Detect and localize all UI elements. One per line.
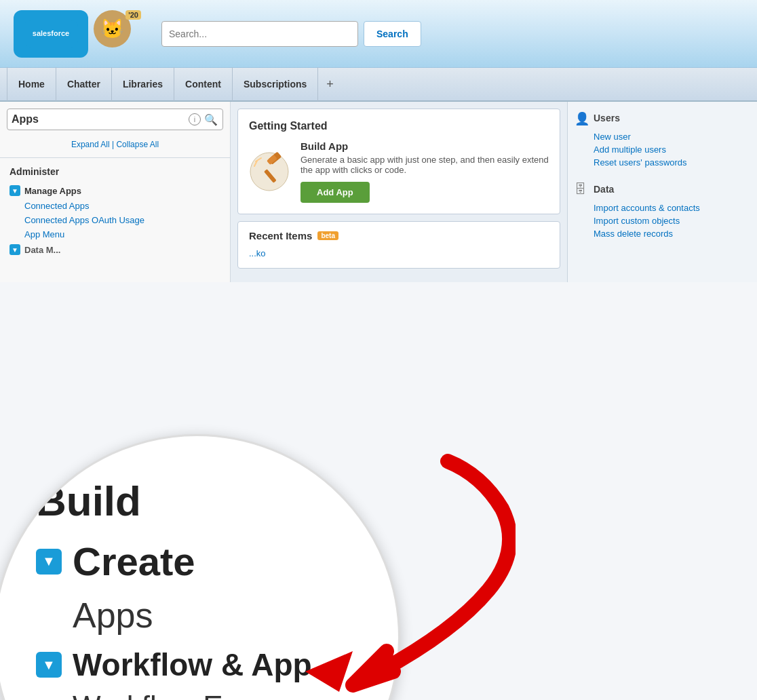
info-icon[interactable]: i	[189, 113, 201, 125]
header: salesforce 🐱 '20 Search	[0, 0, 757, 68]
build-app-title: Build App	[300, 140, 549, 152]
reset-passwords-link[interactable]: Reset users' passwords	[575, 156, 750, 169]
users-title: Users	[594, 113, 620, 123]
magnified-workflow-sub: Workflow E...	[73, 690, 248, 700]
expand-all-link[interactable]: Expand All	[71, 140, 110, 149]
build-app-text: Build App Generate a basic app with just…	[300, 140, 549, 203]
data-m-arrow: ▼	[9, 244, 20, 255]
data-m-item[interactable]: ▼ Data M...	[0, 241, 230, 258]
mass-delete-link[interactable]: Mass delete records	[575, 227, 750, 240]
data-section: 🗄 Data Import accounts & contacts Import…	[575, 180, 750, 240]
app-menu-link[interactable]: App Menu	[0, 227, 230, 241]
data-title: Data	[594, 184, 614, 195]
data-icon: 🗄	[575, 182, 588, 196]
magnified-build: Build	[36, 477, 141, 525]
nav-chatter[interactable]: Chatter	[56, 67, 112, 101]
year-badge: '20	[125, 10, 141, 20]
navbar: Home Chatter Libraries Content Subscript…	[0, 68, 757, 102]
import-custom-link[interactable]: Import custom objects	[575, 214, 750, 227]
magnified-create-row: ▼ Create	[36, 539, 195, 584]
magnified-create-arrow: ▼	[36, 549, 62, 575]
collapse-all-link[interactable]: Collapse All	[116, 140, 159, 149]
beta-badge: beta	[317, 231, 338, 240]
search-input[interactable]	[161, 21, 358, 47]
main-panel: Getting Started Build App Generat	[231, 102, 567, 282]
recent-item-ko[interactable]: ...ko	[249, 247, 549, 260]
right-panel: 👤 Users New user Add multiple users Rese…	[567, 102, 757, 282]
expand-collapse: Expand All | Collapse All	[0, 137, 230, 155]
nav-content[interactable]: Content	[174, 67, 233, 101]
import-accounts-link[interactable]: Import accounts & contacts	[575, 201, 750, 214]
logo-area: salesforce 🐱 '20	[14, 10, 141, 58]
build-app-row: Build App Generate a basic app with just…	[249, 140, 549, 203]
add-app-button[interactable]: Add App	[300, 182, 370, 203]
sidebar-search-input[interactable]	[12, 113, 189, 125]
magnified-workflow-row: ▼ Workflow & App...	[36, 646, 338, 683]
hammer-icon	[249, 148, 290, 195]
manage-apps-arrow: ▼	[9, 185, 20, 196]
search-button[interactable]: Search	[364, 21, 421, 47]
build-app-desc: Generate a basic app with just one step,…	[300, 155, 549, 175]
data-m-label: Data M...	[24, 245, 60, 255]
nav-libraries[interactable]: Libraries	[112, 67, 174, 101]
users-icon: 👤	[575, 111, 588, 125]
users-section: 👤 Users New user Add multiple users Rese…	[575, 109, 750, 169]
sidebar: i 🔍 Expand All | Collapse All Administer…	[0, 102, 231, 282]
connected-apps-link[interactable]: Connected Apps	[0, 199, 230, 213]
recent-items-card: Recent Items beta ...ko	[237, 221, 560, 269]
nav-home[interactable]: Home	[7, 67, 56, 101]
mascot: 🐱 '20	[94, 10, 141, 58]
search-area: Search	[161, 21, 421, 47]
users-section-header: 👤 Users	[575, 109, 750, 130]
recent-items-title: Recent Items	[249, 230, 312, 241]
magnified-apps: Apps	[73, 595, 153, 636]
magnified-overlay: Build ▼ Create Apps ▼ Workflow & App... …	[0, 434, 400, 700]
manage-apps-label: Manage Apps	[24, 186, 81, 196]
magnified-create: Create	[73, 539, 195, 584]
data-section-header: 🗄 Data	[575, 180, 750, 201]
manage-apps-item[interactable]: ▼ Manage Apps	[0, 182, 230, 199]
getting-started-title: Getting Started	[249, 120, 549, 132]
magnified-workflow-arrow: ▼	[36, 652, 62, 678]
nav-subscriptions[interactable]: Subscriptions	[233, 67, 318, 101]
sidebar-search-box: i 🔍	[7, 109, 223, 130]
recent-title-row: Recent Items beta	[249, 230, 549, 241]
getting-started-card: Getting Started Build App Generat	[237, 109, 560, 214]
nav-add[interactable]: +	[318, 67, 342, 101]
svg-text:salesforce: salesforce	[33, 29, 69, 37]
new-user-link[interactable]: New user	[575, 130, 750, 143]
content-area: i 🔍 Expand All | Collapse All Administer…	[0, 102, 757, 282]
sidebar-search-icon[interactable]: 🔍	[203, 112, 218, 127]
salesforce-logo: salesforce	[14, 10, 88, 58]
administer-section: Administer	[0, 161, 230, 182]
connected-apps-oauth-link[interactable]: Connected Apps OAuth Usage	[0, 213, 230, 227]
add-multiple-users-link[interactable]: Add multiple users	[575, 143, 750, 156]
magnified-workflow: Workflow & App...	[73, 646, 338, 683]
sidebar-divider-1	[0, 157, 230, 158]
